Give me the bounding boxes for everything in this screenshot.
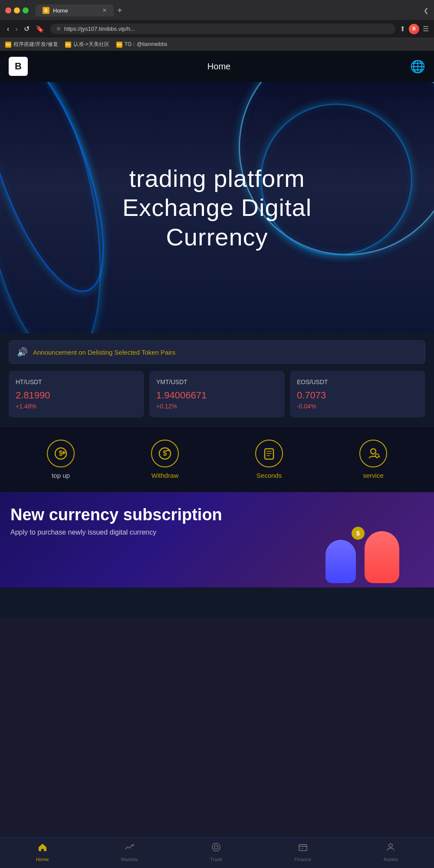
browser-actions: ⬆ B ☰ bbox=[400, 24, 429, 34]
nav-trade[interactable]: Trade bbox=[210, 842, 222, 862]
active-tab[interactable]: B Home ✕ bbox=[36, 4, 114, 16]
decorative-ring bbox=[0, 82, 121, 333]
hero-section: trading platform Exchange Digital Curren… bbox=[0, 82, 434, 333]
announcement-bar[interactable]: 🔊 Announcement on Delisting Selected Tok… bbox=[9, 340, 425, 364]
markets-icon bbox=[124, 842, 135, 855]
token-card-eos[interactable]: EOS/USDT 0.7073 -0.04% bbox=[290, 371, 425, 418]
nav-markets-label: Markets bbox=[121, 857, 138, 862]
hero-text: trading platform Exchange Digital Curren… bbox=[114, 147, 320, 269]
svg-line-13 bbox=[379, 456, 380, 457]
bookmark-item[interactable]: tm 认准->天美社区 bbox=[65, 41, 109, 48]
brave-icon[interactable]: B bbox=[409, 24, 419, 34]
bookmark-favicon: tm bbox=[116, 42, 122, 48]
svg-rect-7 bbox=[265, 449, 273, 459]
nav-assets-label: Assets bbox=[384, 857, 398, 862]
token-name: EOS/USDT bbox=[297, 379, 418, 385]
svg-point-16 bbox=[214, 845, 218, 849]
token-card-ht[interactable]: HT/USDT 2.81990 +1.48% bbox=[9, 371, 144, 418]
token-change: -0.04% bbox=[297, 403, 418, 410]
svg-point-15 bbox=[212, 843, 220, 851]
bookmark-favicon: tm bbox=[5, 42, 11, 48]
token-change: +0.12% bbox=[156, 403, 278, 410]
nav-buttons: ‹ › ↺ 🔖 bbox=[5, 24, 46, 34]
url-field[interactable]: ⚙ https://jys107.timibbs.vip/h... bbox=[50, 23, 395, 34]
forward-button[interactable]: › bbox=[13, 24, 19, 34]
globe-icon[interactable]: 🌐 bbox=[410, 59, 425, 74]
finance-icon bbox=[298, 842, 308, 855]
hero-line1: trading platform bbox=[129, 165, 305, 192]
site-logo: B bbox=[9, 57, 28, 76]
topup-icon: $ bbox=[47, 440, 75, 467]
tab-bar: B Home ✕ + ❮ bbox=[36, 4, 429, 16]
bottom-navigation: Home Markets Trade Fina bbox=[0, 837, 434, 868]
bookmark-button[interactable]: 🔖 bbox=[34, 24, 46, 34]
maximize-button[interactable] bbox=[23, 7, 29, 13]
token-card-ymt[interactable]: YMT/USDT 1.94006671 +0.12% bbox=[149, 371, 285, 418]
nav-markets[interactable]: Markets bbox=[121, 842, 138, 862]
bookmark-label: TG：@tianmeibbs bbox=[125, 41, 168, 48]
service-icon bbox=[359, 440, 387, 467]
site-title: Home bbox=[207, 62, 230, 72]
svg-point-11 bbox=[371, 449, 376, 454]
lock-icon: ⚙ bbox=[56, 26, 61, 32]
svg-point-14 bbox=[132, 844, 134, 846]
token-price: 1.94006671 bbox=[156, 390, 278, 401]
token-change: +1.48% bbox=[16, 403, 137, 410]
bookmark-favicon: tm bbox=[65, 42, 71, 48]
nav-trade-label: Trade bbox=[210, 857, 222, 862]
service-action[interactable]: service bbox=[359, 440, 387, 479]
reload-button[interactable]: ↺ bbox=[22, 24, 31, 34]
tab-favicon: B bbox=[43, 7, 49, 14]
subscription-section[interactable]: New currency subscription Apply to purch… bbox=[0, 492, 434, 587]
site-header: B Home 🌐 bbox=[0, 51, 434, 82]
withdraw-icon: $ bbox=[151, 440, 179, 467]
seconds-icon bbox=[255, 440, 283, 467]
browser-chrome: B Home ✕ + ❮ ‹ › ↺ 🔖 ⚙ https://jys107.ti… bbox=[0, 0, 434, 51]
bookmark-item[interactable]: tm TG：@tianmeibbs bbox=[116, 41, 168, 48]
topup-action[interactable]: $ top up bbox=[47, 440, 75, 479]
title-bar: B Home ✕ + ❮ bbox=[0, 0, 434, 20]
svg-point-18 bbox=[389, 844, 392, 847]
bookmark-item[interactable]: tm 程序搭建/开发/修复 bbox=[5, 41, 58, 48]
url-text: https://jys107.timibbs.vip/h... bbox=[64, 26, 135, 32]
token-pairs: HT/USDT 2.81990 +1.48% YMT/USDT 1.940066… bbox=[0, 371, 434, 426]
bookmark-label: 程序搭建/开发/修复 bbox=[13, 41, 58, 48]
hero-line2: Exchange Digital bbox=[122, 194, 312, 221]
hero-line3: Currency bbox=[166, 223, 268, 251]
svg-point-12 bbox=[375, 454, 379, 457]
seconds-action[interactable]: Seconds bbox=[255, 440, 283, 479]
action-section: $ top up $ Withdraw bbox=[0, 426, 434, 492]
minimize-button[interactable] bbox=[14, 7, 20, 13]
tab-title: Home bbox=[53, 7, 68, 14]
tab-chevron-icon[interactable]: ❮ bbox=[424, 7, 429, 14]
nav-home-label: Home bbox=[36, 857, 49, 862]
trade-icon bbox=[211, 842, 221, 855]
new-tab-icon[interactable]: + bbox=[117, 6, 122, 16]
subscription-title: New currency subscription bbox=[10, 505, 424, 525]
seconds-label: Seconds bbox=[256, 472, 282, 479]
svg-text:$: $ bbox=[59, 450, 63, 457]
announcement-text: Announcement on Delisting Selected Token… bbox=[33, 349, 175, 356]
page-content: B Home 🌐 trading platform Exchange Digit… bbox=[0, 51, 434, 618]
bookmark-label: 认准->天美社区 bbox=[73, 41, 109, 48]
topup-label: top up bbox=[52, 472, 70, 479]
token-name: HT/USDT bbox=[16, 379, 137, 385]
bookmarks-bar: tm 程序搭建/开发/修复 tm 认准->天美社区 tm TG：@tianmei… bbox=[0, 38, 434, 51]
withdraw-action[interactable]: $ Withdraw bbox=[151, 440, 179, 479]
menu-icon[interactable]: ☰ bbox=[423, 25, 429, 33]
nav-finance-label: Finance bbox=[295, 857, 312, 862]
coin-decoration: $ bbox=[352, 527, 365, 540]
close-button[interactable] bbox=[5, 7, 11, 13]
tab-close-icon[interactable]: ✕ bbox=[102, 7, 107, 13]
nav-assets[interactable]: Assets bbox=[384, 842, 398, 862]
traffic-lights bbox=[5, 7, 29, 13]
back-button[interactable]: ‹ bbox=[5, 24, 11, 34]
nav-home[interactable]: Home bbox=[36, 842, 49, 862]
token-price: 2.81990 bbox=[16, 390, 137, 401]
announcement-icon: 🔊 bbox=[17, 347, 28, 357]
share-icon[interactable]: ⬆ bbox=[400, 25, 405, 33]
token-name: YMT/USDT bbox=[156, 379, 278, 385]
home-icon bbox=[37, 842, 48, 855]
nav-finance[interactable]: Finance bbox=[295, 842, 312, 862]
token-price: 0.7073 bbox=[297, 390, 418, 401]
